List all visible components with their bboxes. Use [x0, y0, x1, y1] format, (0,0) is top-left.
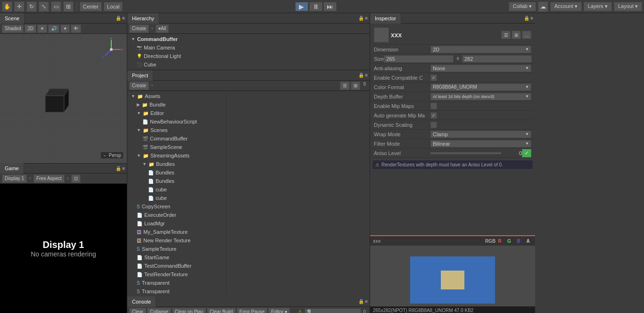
insp-size-y[interactable]: [462, 55, 532, 63]
scene-audio-icon[interactable]: 🔊: [48, 25, 59, 33]
rect-tool-icon[interactable]: ▭: [51, 1, 61, 12]
insp-btn2[interactable]: ⊞: [512, 31, 521, 39]
insp-antialiasing-dropdown[interactable]: None ▼: [430, 65, 531, 72]
asset-scenes[interactable]: ▼ 📁 Scenes: [127, 126, 226, 134]
play-button[interactable]: ▶: [295, 2, 308, 11]
layers-button[interactable]: Layers ▾: [584, 2, 612, 11]
project-more-icon[interactable]: ≡: [365, 73, 368, 78]
hierarchy-more-icon[interactable]: ≡: [365, 16, 368, 21]
console-collapse-button[interactable]: Collapse: [147, 308, 171, 313]
project-create-button[interactable]: Create: [129, 82, 149, 90]
scale-tool-icon[interactable]: ⤡: [39, 1, 49, 12]
asset-loadmgr[interactable]: 📄 LoadMgr: [127, 219, 226, 228]
preview-g-button[interactable]: G: [505, 237, 513, 245]
inspector-more-icon[interactable]: ≡: [530, 16, 533, 21]
tab-game[interactable]: Game: [0, 163, 24, 173]
local-button[interactable]: Local: [104, 2, 123, 11]
asset-streaming[interactable]: ▼ 📁 StreamingAssets: [127, 151, 226, 160]
insp-mipmaps-checkbox[interactable]: [430, 103, 437, 109]
tab-console[interactable]: Console: [127, 297, 156, 307]
layout-button[interactable]: Layout ▾: [614, 2, 642, 11]
asset-bundle[interactable]: ▶ 📁 Bundle: [127, 100, 226, 109]
preview-rgb-button[interactable]: RGB: [486, 237, 495, 245]
console-clear-button[interactable]: Clear: [129, 308, 146, 313]
console-editor-button[interactable]: Editor ▾: [268, 308, 290, 313]
console-error-pause-button[interactable]: Error Pause: [237, 308, 267, 313]
preview-r-button[interactable]: R: [495, 237, 504, 245]
asset-transparent1[interactable]: S Transparent: [127, 279, 226, 287]
asset-sampletexture[interactable]: S SampleTexture: [127, 245, 226, 253]
insp-size-x[interactable]: [384, 55, 454, 63]
insp-filtermode-dropdown[interactable]: Bilinear ▼: [430, 140, 531, 148]
asset-rendertexture[interactable]: 🖼 New Render Texture: [127, 236, 226, 245]
step-button[interactable]: ⏭: [323, 2, 337, 11]
asset-copyscreen[interactable]: S CopyScreen: [127, 202, 226, 211]
account-button[interactable]: Account ▾: [550, 2, 582, 11]
asset-commandbuffer[interactable]: 🎬 CommandBuffer: [127, 134, 226, 143]
asset-newbehaviour[interactable]: 📄 NewBehaviourScript: [127, 117, 226, 126]
asset-executeorder[interactable]: 📄 ExecuteOrder: [127, 211, 226, 219]
asset-samplescene[interactable]: 🎬 SampleScene: [127, 143, 226, 151]
scene-lock-icon[interactable]: 🔒: [116, 16, 121, 21]
cloud-icon[interactable]: ☁: [538, 1, 548, 12]
console-search-input[interactable]: [305, 308, 361, 313]
insp-colorformat-dropdown[interactable]: R8G8B8A8_UNORM ▼: [430, 83, 531, 91]
console-lock-icon[interactable]: 🔒: [358, 299, 364, 304]
move-tool-icon[interactable]: ✛: [14, 1, 25, 12]
asset-editor[interactable]: ▼ 📁 Editor: [127, 109, 226, 117]
hierarchy-all-button[interactable]: ▾All: [156, 25, 169, 33]
insp-automip-checkbox[interactable]: ✓: [430, 112, 437, 119]
hierarchy-lock-icon[interactable]: 🔒: [358, 16, 364, 21]
game-lock-icon[interactable]: 🔒: [116, 166, 121, 171]
console-more-icon[interactable]: ≡: [365, 299, 368, 304]
insp-dynscaling-checkbox[interactable]: [430, 122, 437, 128]
project-lock-icon[interactable]: 🔒: [358, 73, 364, 78]
insp-btn1[interactable]: ☰: [501, 31, 511, 39]
hierarchy-root-item[interactable]: ▼ CommandBuffer: [127, 35, 370, 43]
insp-compat-checkbox[interactable]: ✓: [430, 74, 437, 81]
tab-project[interactable]: Project: [127, 70, 153, 81]
display-button[interactable]: Display 1: [2, 174, 27, 183]
center-button[interactable]: Center: [80, 2, 102, 11]
rotate-tool-icon[interactable]: ↻: [26, 1, 37, 12]
scene-more-icon[interactable]: ≡: [122, 16, 125, 21]
pause-button[interactable]: ⏸: [309, 2, 322, 11]
insp-wrapmode-dropdown[interactable]: Clamp ▼: [430, 131, 531, 138]
asset-root[interactable]: ▼ 📁 Assets: [127, 92, 226, 100]
tab-inspector[interactable]: Inspector: [370, 13, 401, 24]
asset-testrender[interactable]: 📄 TestRenderTexture: [127, 270, 226, 279]
2d-button[interactable]: 2D: [25, 25, 36, 33]
tab-hierarchy[interactable]: Hierarchy: [127, 13, 159, 24]
console-clear-on-play-button[interactable]: Clear on Play: [172, 308, 206, 313]
project-view1-button[interactable]: ☰: [340, 82, 350, 90]
scene-fx-icon[interactable]: ✦: [60, 25, 70, 33]
hierarchy-item-directional-light[interactable]: 💡 Directional Light: [127, 52, 370, 60]
insp-btn3[interactable]: …: [522, 31, 531, 39]
transform-tool-icon[interactable]: ⊞: [63, 1, 74, 12]
hierarchy-item-cube[interactable]: ⬛ Cube: [127, 60, 370, 69]
collab-button[interactable]: Collab ▾: [509, 2, 536, 11]
asset-testcmd[interactable]: 📄 TestCommandBuffer: [127, 262, 226, 270]
asset-bundles2[interactable]: 📄 Bundles: [127, 177, 226, 185]
shaded-button[interactable]: Shaded: [2, 25, 24, 33]
preview-b-button[interactable]: B: [514, 237, 523, 245]
insp-aniso-slider[interactable]: [430, 152, 501, 154]
hand-tool-icon[interactable]: ✋: [2, 1, 12, 12]
asset-cube1[interactable]: 📄 cube: [127, 185, 226, 194]
maximize-button[interactable]: ⊡: [71, 174, 81, 183]
console-clear-build-button[interactable]: Clear Build: [207, 308, 236, 313]
asset-bundles-folder[interactable]: ▼ 📁 Bundles: [127, 160, 226, 168]
insp-dimension-dropdown[interactable]: 2D ▼: [430, 46, 531, 53]
insp-depthbuffer-dropdown[interactable]: At least 16 bits depth (no stencil) ▼: [430, 93, 531, 100]
asset-my-sample-texture[interactable]: 🖼 My_SampleTexture: [127, 228, 226, 236]
aspect-button[interactable]: Free Aspect: [33, 174, 64, 183]
scene-hidden-icon[interactable]: 👁: [71, 25, 81, 33]
scene-lighting-icon[interactable]: ☀: [37, 25, 47, 33]
preview-a-button[interactable]: A: [524, 237, 532, 245]
hierarchy-create-button[interactable]: Create: [129, 25, 149, 33]
game-more-icon[interactable]: ≡: [122, 166, 125, 171]
asset-cube2[interactable]: 📄 cube: [127, 194, 226, 202]
inspector-lock-icon[interactable]: 🔒: [524, 16, 529, 21]
hierarchy-item-main-camera[interactable]: 📷 Main Camera: [127, 43, 370, 52]
asset-transparent2[interactable]: S Transparent: [127, 287, 226, 296]
